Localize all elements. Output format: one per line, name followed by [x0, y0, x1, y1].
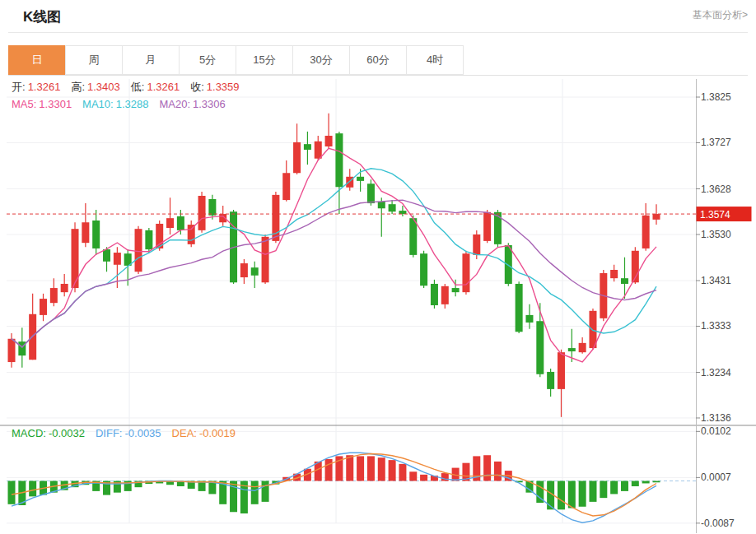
candle-body — [262, 237, 269, 282]
macd-bar — [251, 481, 259, 504]
ma-row-item-1: MA10:1.3288 — [82, 98, 148, 110]
price-axis-label: 1.3431 — [701, 275, 731, 286]
macd-bar — [262, 481, 269, 502]
candle-body — [325, 136, 333, 146]
candle-body — [642, 216, 650, 248]
ohlc-row-item-3: 收:1.3359 — [190, 81, 239, 93]
macd-bar — [558, 481, 565, 510]
ma20-line — [12, 200, 656, 347]
candle-body — [103, 249, 110, 262]
macd-bar — [325, 459, 333, 481]
macd-bar — [389, 460, 396, 481]
candle-body — [240, 263, 248, 277]
macd-bar — [367, 456, 375, 481]
macd-bar — [346, 455, 353, 481]
candle-body — [335, 133, 343, 187]
macd-bar — [610, 481, 618, 495]
candle-body — [135, 229, 142, 272]
candle-body — [50, 288, 58, 303]
candle-body — [177, 216, 184, 230]
price-axis-label: 1.3530 — [701, 229, 731, 240]
ohlc-row-item-2: 低:1.3261 — [131, 81, 180, 93]
candle-body — [8, 339, 16, 362]
ohlc-readout: 开:1.3261高:1.3403低:1.3261收:1.3359 — [12, 80, 250, 95]
candle-body — [452, 288, 460, 292]
macd-bar — [409, 471, 417, 481]
macd-bar — [642, 481, 650, 484]
candle-body — [652, 214, 660, 220]
candle-body — [516, 284, 523, 332]
candle-body — [282, 173, 290, 200]
candle-body — [579, 343, 586, 352]
candle-body — [473, 234, 480, 255]
macd-bar — [621, 481, 628, 491]
macd-bar — [483, 455, 491, 481]
price-axis-label: 1.3333 — [701, 320, 731, 332]
candle-body — [293, 142, 301, 173]
current-price-badge-label: 1.3574 — [700, 209, 730, 221]
macd-bar — [29, 481, 36, 497]
candle-body — [483, 212, 491, 241]
candle-body — [399, 211, 406, 214]
macd-bar — [378, 457, 385, 481]
candle-body — [525, 315, 533, 323]
price-axis-label: 1.3234 — [701, 367, 731, 378]
candle-body — [621, 278, 628, 284]
candle-body — [568, 348, 576, 351]
candle-body — [494, 212, 502, 244]
candle-body — [367, 183, 375, 203]
ohlc-row-item-0: 开:1.3261 — [12, 81, 60, 93]
candle-body — [114, 253, 121, 265]
candle-body — [536, 321, 544, 374]
kline-module: K线图 基本面分析> 日周月5分15分30分60分4时 1.38251.3727… — [0, 0, 756, 534]
price-axis-label: 1.3136 — [701, 412, 731, 424]
candle-body — [315, 142, 322, 159]
candle-body — [431, 284, 438, 305]
candle-body — [251, 267, 259, 276]
candle-body — [92, 221, 100, 248]
candle-body — [610, 270, 618, 278]
macd-bar — [494, 462, 502, 481]
macd-row-item-2: DEA:-0.0019 — [172, 427, 236, 439]
candle-body — [505, 245, 512, 284]
macd-row-item-0: MACD:-0.0032 — [12, 427, 85, 439]
candle-body — [82, 222, 89, 243]
macd-row-item-1: DIFF:-0.0035 — [96, 427, 161, 439]
price-axis-label: 1.3628 — [701, 183, 731, 195]
price-axis-label: 1.3825 — [701, 91, 731, 103]
candle-body — [166, 218, 174, 228]
candle-body — [188, 225, 195, 244]
candle-body — [378, 202, 385, 208]
macd-bar — [652, 481, 660, 483]
macd-bar — [579, 481, 586, 507]
macd-bar — [568, 481, 576, 508]
candle-body — [40, 299, 47, 315]
candle-body — [547, 372, 554, 389]
candle-body — [208, 199, 216, 216]
candle-body — [441, 286, 449, 304]
macd-bar — [600, 481, 607, 499]
macd-axis-label: -0.0087 — [701, 518, 735, 529]
macd-axis-label: 0.0102 — [701, 425, 731, 437]
ma-row-item-2: MA20:1.3306 — [159, 98, 225, 110]
macd-readout: MACD:-0.0032DIFF:-0.0035DEA:-0.0019 — [12, 427, 246, 439]
candle-body — [389, 204, 396, 211]
macd-bar — [420, 475, 427, 481]
candle-body — [61, 284, 68, 292]
candle-body — [420, 253, 427, 286]
ma-row-item-0: MA5:1.3301 — [12, 98, 72, 110]
macd-axis-label: 0.0007 — [701, 471, 731, 483]
candle-body — [145, 230, 152, 249]
macd-bar — [8, 481, 16, 504]
macd-bar — [357, 456, 364, 481]
candle-body — [462, 253, 469, 292]
candle-body — [357, 177, 364, 181]
macd-bar — [399, 464, 406, 481]
candle-body — [409, 218, 417, 255]
ma-readout: MA5:1.3301MA10:1.3288MA20:1.3306 — [12, 98, 236, 110]
price-axis-label: 1.3727 — [701, 137, 731, 148]
ohlc-row-item-1: 高:1.3403 — [71, 81, 119, 93]
macd-bar — [632, 481, 639, 486]
candle-body — [558, 352, 565, 389]
candle-body — [304, 144, 311, 150]
